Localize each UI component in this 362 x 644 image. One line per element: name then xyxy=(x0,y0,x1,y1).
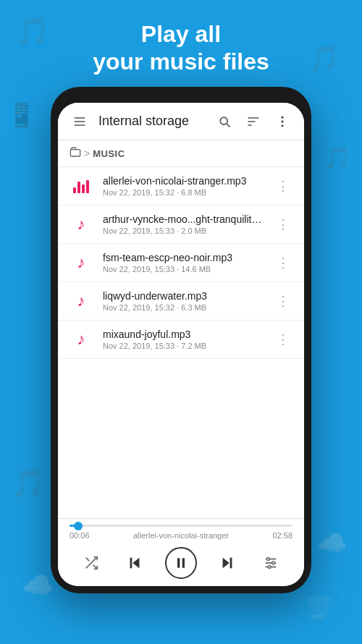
list-item[interactable]: ♪ liqwyd-underwater.mp3 Nov 22, 2019, 15… xyxy=(58,282,304,321)
list-item[interactable]: ♪ fsm-team-escp-neo-noir.mp3 Nov 22, 201… xyxy=(58,244,304,282)
file-name: fsm-team-escp-neo-noir.mp3 xyxy=(103,252,264,263)
app-bar: Internal storage xyxy=(58,103,304,140)
list-item[interactable]: ♪ arthur-vyncke-moo...ght-tranquility.mp… xyxy=(58,206,304,244)
svg-rect-11 xyxy=(70,150,80,156)
shuffle-button[interactable] xyxy=(78,550,104,576)
file-name: liqwyd-underwater.mp3 xyxy=(103,290,264,302)
svg-rect-2 xyxy=(75,124,85,126)
file-meta: Nov 22, 2019, 15:33 · 2.0 MB xyxy=(103,226,264,235)
file-list: allerlei-von-nicolai-stranger.mp3 Nov 22… xyxy=(58,167,304,518)
file-name: arthur-vyncke-moo...ght-tranquility.mp3 xyxy=(103,213,264,225)
svg-point-9 xyxy=(281,120,283,122)
file-info: arthur-vyncke-moo...ght-tranquility.mp3 … xyxy=(103,213,264,235)
svg-point-10 xyxy=(281,124,283,127)
breadcrumb-label: MUSIC xyxy=(93,148,125,159)
svg-point-3 xyxy=(220,117,227,124)
player-bar: 00:06 allerlei-von-nicolai-stranger 02:5… xyxy=(58,518,304,586)
file-meta: Nov 22, 2019, 15:32 · 6.3 MB xyxy=(103,303,264,312)
next-button[interactable] xyxy=(214,550,240,576)
file-meta: Nov 22, 2019, 15:32 · 6.8 MB xyxy=(103,188,264,197)
svg-point-22 xyxy=(272,562,275,564)
menu-icon[interactable] xyxy=(70,111,90,132)
svg-point-21 xyxy=(267,558,270,561)
file-more-options-icon[interactable]: ⋮ xyxy=(274,252,292,274)
folder-icon xyxy=(70,146,81,161)
file-more-options-icon[interactable]: ⋮ xyxy=(274,290,292,312)
search-icon[interactable] xyxy=(214,111,235,132)
svg-rect-1 xyxy=(75,121,85,122)
sort-icon[interactable] xyxy=(243,111,264,132)
progress-track xyxy=(70,525,292,527)
svg-rect-15 xyxy=(182,558,185,567)
phone-screen: Internal storage xyxy=(58,103,304,586)
hero-line2: your music files xyxy=(0,48,362,75)
more-options-icon[interactable] xyxy=(272,111,292,132)
music-note-icon: ♪ xyxy=(70,213,93,236)
svg-point-8 xyxy=(281,116,283,118)
file-more-options-icon[interactable]: ⋮ xyxy=(274,329,292,350)
file-info: mixaund-joyful.mp3 Nov 22, 2019, 15:33 ·… xyxy=(103,329,264,350)
svg-marker-16 xyxy=(223,558,230,569)
hero-line1: Play all xyxy=(0,20,362,48)
file-name: mixaund-joyful.mp3 xyxy=(103,329,264,340)
svg-rect-0 xyxy=(75,117,85,119)
current-time: 00:06 xyxy=(70,531,90,540)
file-more-options-icon[interactable]: ⋮ xyxy=(274,213,292,235)
file-name: allerlei-von-nicolai-stranger.mp3 xyxy=(103,175,264,187)
breadcrumb: > MUSIC xyxy=(58,140,304,167)
svg-marker-12 xyxy=(132,558,139,569)
app-bar-title: Internal storage xyxy=(98,114,206,129)
file-info: liqwyd-underwater.mp3 Nov 22, 2019, 15:3… xyxy=(103,290,264,312)
breadcrumb-arrow: > xyxy=(84,148,90,159)
list-item[interactable]: allerlei-von-nicolai-stranger.mp3 Nov 22… xyxy=(58,167,304,206)
player-controls xyxy=(58,543,304,586)
track-name-display: allerlei-von-nicolai-stranger xyxy=(133,531,229,540)
progress-container[interactable] xyxy=(58,519,304,530)
file-meta: Nov 22, 2019, 15:33 · 14.6 MB xyxy=(103,265,264,274)
equalizer-button[interactable] xyxy=(258,550,284,576)
svg-rect-17 xyxy=(230,558,232,569)
svg-rect-13 xyxy=(130,558,132,569)
player-times: 00:06 allerlei-von-nicolai-stranger 02:5… xyxy=(58,530,304,543)
total-time: 02:58 xyxy=(272,531,292,540)
music-note-icon: ♪ xyxy=(70,289,93,313)
svg-rect-14 xyxy=(177,558,180,567)
svg-point-23 xyxy=(268,566,271,569)
file-more-options-icon[interactable]: ⋮ xyxy=(274,175,292,197)
music-note-icon: ♪ xyxy=(70,251,93,274)
playing-indicator-icon xyxy=(70,174,93,198)
file-info: allerlei-von-nicolai-stranger.mp3 Nov 22… xyxy=(103,175,264,197)
play-pause-button[interactable] xyxy=(165,547,197,579)
file-meta: Nov 22, 2019, 15:33 · 7.2 MB xyxy=(103,342,264,350)
hero-section: Play all your music files xyxy=(0,20,362,76)
svg-line-4 xyxy=(227,124,230,127)
previous-button[interactable] xyxy=(122,550,148,576)
music-note-icon: ♪ xyxy=(70,328,93,351)
phone-frame: Internal storage xyxy=(51,87,311,593)
file-info: fsm-team-escp-neo-noir.mp3 Nov 22, 2019,… xyxy=(103,252,264,274)
list-item[interactable]: ♪ mixaund-joyful.mp3 Nov 22, 2019, 15:33… xyxy=(58,321,304,359)
progress-thumb xyxy=(74,522,83,530)
